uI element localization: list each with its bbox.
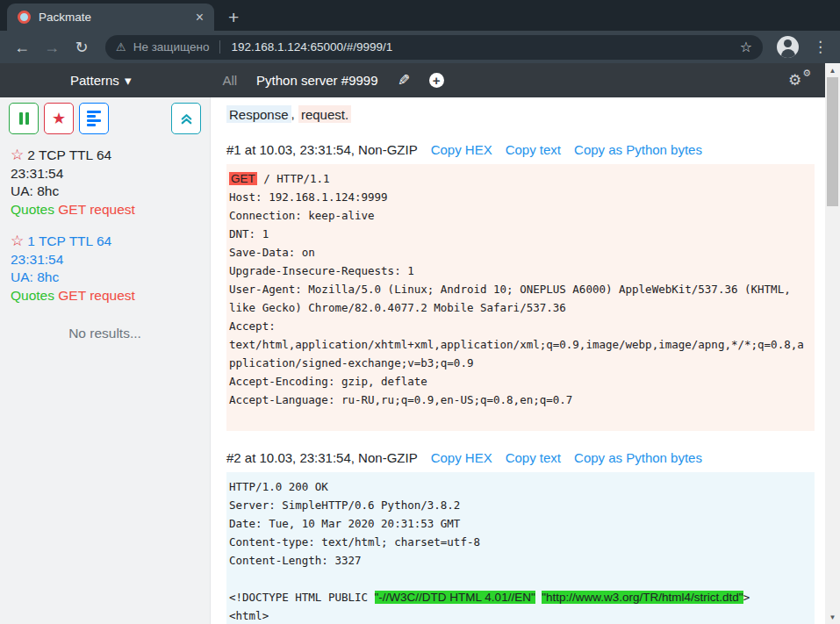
match-highlight-green: "http://www.w3.org/TR/html4/strict.dtd" <box>542 591 743 604</box>
favorites-filter-button[interactable]: ★ <box>44 103 74 134</box>
stream-list-item[interactable]: ☆2 TCP TTL 64 23:31:54 UA: 8hc Quotes GE… <box>11 147 199 219</box>
pattern-tag-get-request: GET request <box>58 288 135 303</box>
stream-user-agent: UA: 8hc <box>11 183 199 201</box>
stream-title: ☆2 TCP TTL 64 <box>11 147 199 165</box>
copy-hex-link[interactable]: Copy HEX <box>431 450 492 465</box>
match-highlight-green: "-//W3C//DTD HTML 4.01//EN" <box>375 591 535 604</box>
reload-icon[interactable]: ↻ <box>70 39 93 55</box>
pattern-tag-quotes: Quotes <box>11 202 54 217</box>
stream-sidebar: ★ ☆2 TCP TTL 64 23:31:54 UA: 8hc <box>0 97 211 624</box>
packmate-favicon-icon <box>18 11 31 24</box>
chevron-down-icon: ▾ <box>125 73 132 89</box>
scroll-up-icon[interactable]: ▲ <box>825 63 840 77</box>
edit-pencil-icon[interactable]: ✎ <box>398 71 410 90</box>
scrollbar-thumb[interactable] <box>827 77 838 206</box>
tab-current-stream[interactable]: Python server #9999 <box>256 73 377 88</box>
copy-python-bytes-link[interactable]: Copy as Python bytes <box>574 142 702 157</box>
browser-tab[interactable]: Packmate × <box>7 4 214 31</box>
no-results-label: No results... <box>11 326 199 341</box>
stream-title: ☆1 TCP TTL 64 <box>11 233 199 251</box>
pause-capture-button[interactable] <box>9 103 39 134</box>
url-text[interactable]: 192.168.1.124:65000/#/9999/1 <box>231 40 392 54</box>
match-highlight-blue: Response <box>226 105 291 123</box>
stream-pattern-tags: Quotes GET request <box>11 287 199 305</box>
packet-header-label: #1 at 10.03, 23:31:54, Non-GZIP <box>226 142 418 157</box>
stream-list: ☆2 TCP TTL 64 23:31:54 UA: 8hc Quotes GE… <box>0 134 210 341</box>
tab-all-streams[interactable]: All <box>222 73 237 88</box>
app-navbar: Patterns ▾ All Python server #9999 ✎ + ⚙… <box>0 63 825 97</box>
packet-body-request: GET / HTTP/1.1 Host: 192.168.1.124:9999 … <box>226 164 815 431</box>
match-highlight-red: GET <box>229 172 257 185</box>
packet-card-response: #2 at 10.03, 23:31:54, Non-GZIP Copy HEX… <box>226 450 815 624</box>
list-view-button[interactable] <box>79 103 109 134</box>
patterns-dropdown[interactable]: Patterns ▾ <box>70 73 131 89</box>
packet-view: Response, request. #1 at 10.03, 23:31:54… <box>211 97 825 624</box>
match-highlight-pink: request. <box>298 105 351 123</box>
packmate-app: Patterns ▾ All Python server #9999 ✎ + ⚙… <box>0 63 825 624</box>
packet-card-request: #1 at 10.03, 23:31:54, Non-GZIP Copy HEX… <box>226 142 815 431</box>
address-bar[interactable]: ⚠ Не защищено 192.168.1.124:65000/#/9999… <box>105 35 763 60</box>
browser-toolbar: ← → ↻ ⚠ Не защищено 192.168.1.124:65000/… <box>0 31 840 63</box>
packet-header-label: #2 at 10.03, 23:31:54, Non-GZIP <box>226 450 418 465</box>
stream-user-agent: UA: 8hc <box>11 269 199 287</box>
stream-tabs: All Python server #9999 ✎ + <box>222 71 443 90</box>
stream-pattern-tags: Quotes GET request <box>11 201 199 219</box>
star-icon: ★ <box>52 109 66 128</box>
browser-menu-icon[interactable]: ⋮ <box>813 38 828 56</box>
align-left-icon <box>87 111 101 126</box>
found-patterns-line: Response, request. <box>226 105 815 123</box>
stream-time: 23:31:54 <box>11 251 199 269</box>
settings-gears-icon[interactable]: ⚙⚙ <box>788 71 811 90</box>
packet-body-response: HTTP/1.0 200 OK Server: SimpleHTTP/0.6 P… <box>226 472 815 624</box>
browser-tab-title: Packmate <box>39 11 186 24</box>
stream-list-item[interactable]: ☆1 TCP TTL 64 23:31:54 UA: 8hc Quotes GE… <box>11 233 199 305</box>
stream-time: 23:31:54 <box>11 165 199 183</box>
not-secure-warning-icon: ⚠ <box>116 40 126 54</box>
collapse-sidebar-button[interactable] <box>171 103 201 134</box>
scroll-down-icon[interactable]: ▼ <box>825 610 840 624</box>
security-label[interactable]: Не защищено <box>133 40 210 54</box>
omnibox-divider <box>219 40 220 54</box>
tab-close-icon[interactable]: × <box>194 11 205 25</box>
profile-avatar[interactable] <box>777 36 799 58</box>
copy-text-link[interactable]: Copy text <box>506 450 561 465</box>
favorite-star-icon[interactable]: ☆ <box>11 233 24 249</box>
page-scrollbar[interactable]: ▲ ▼ <box>825 63 840 624</box>
favorite-star-icon[interactable]: ☆ <box>11 147 24 163</box>
pattern-tag-get-request: GET request <box>58 202 135 217</box>
pattern-tag-quotes: Quotes <box>11 288 54 303</box>
copy-hex-link[interactable]: Copy HEX <box>431 142 492 157</box>
copy-text-link[interactable]: Copy text <box>506 142 561 157</box>
patterns-label: Patterns <box>70 73 119 88</box>
pause-icon <box>19 112 29 125</box>
copy-python-bytes-link[interactable]: Copy as Python bytes <box>574 450 702 465</box>
chevron-double-up-icon <box>180 112 193 126</box>
browser-tab-strip: Packmate × + <box>0 0 840 31</box>
forward-icon[interactable]: → <box>40 39 63 55</box>
add-pattern-icon[interactable]: + <box>429 73 444 88</box>
back-icon[interactable]: ← <box>11 39 33 55</box>
new-tab-icon[interactable]: + <box>228 8 239 26</box>
bookmark-star-icon[interactable]: ☆ <box>740 39 752 55</box>
